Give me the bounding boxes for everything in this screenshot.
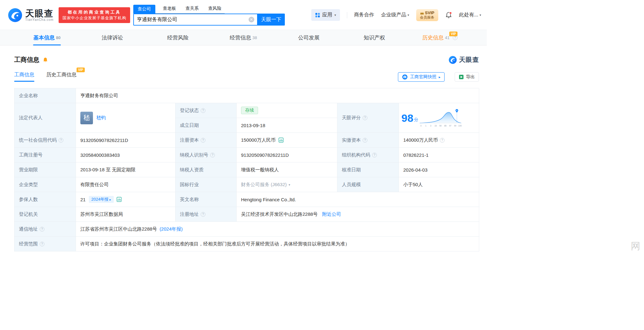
excel-icon: [459, 74, 464, 80]
nav-enterprise[interactable]: 企业级产品 ▾: [381, 12, 409, 18]
promo-line2: 国家中小企业发展子基金旗下机构: [62, 15, 126, 21]
subtab-history-business-info[interactable]: VIP 历史工商信息: [46, 72, 77, 82]
search-tab-boss[interactable]: 查老板: [163, 6, 176, 11]
help-icon[interactable]: ?: [201, 212, 205, 217]
site-logo[interactable]: 天眼查 TianYanCha.com: [8, 8, 54, 22]
section-title: 工商信息: [14, 56, 39, 64]
chevron-down-icon: ▾: [480, 13, 481, 17]
bell-icon: [445, 12, 452, 19]
promo-banner: 都在用的商业查询工具 国家中小企业发展子基金旗下机构: [59, 7, 130, 23]
label-registration-authority: 登记机关: [14, 207, 76, 222]
help-icon[interactable]: ?: [210, 153, 215, 157]
status-badge: 存续: [241, 107, 258, 114]
user-menu[interactable]: 此处有... ▾: [459, 12, 481, 18]
capital-change-icon[interactable]: [279, 138, 284, 143]
annual-report-link[interactable]: (2024年报): [159, 226, 182, 232]
help-icon[interactable]: ?: [40, 227, 44, 232]
help-icon[interactable]: ?: [201, 108, 205, 113]
help-icon[interactable]: ?: [363, 138, 367, 143]
subtab-business-info[interactable]: 工商信息: [14, 72, 34, 82]
svg-text:3: 3: [430, 125, 431, 127]
svg-text:100: 100: [458, 125, 462, 127]
label-taxpayer-quality: 纳税人资质: [175, 162, 237, 177]
label-business-term: 营业期限: [14, 162, 76, 177]
value-organization-code: 07826221-1: [399, 148, 479, 162]
value-legal-representative: 嵇 嵇钧: [76, 103, 175, 133]
search-box: ✕: [133, 14, 258, 26]
subsection-bar: 工商信息 VIP 历史工商信息 工商官网快照 ▸: [14, 72, 479, 82]
value-registration-number: 320584000383403: [76, 148, 175, 162]
business-info-table: 企业名称 亨通财务有限公司 法定代表人 嵇 嵇钧 登记状态 ? 存续 天眼评分 …: [14, 88, 479, 251]
label-approval-date: 核准日期: [337, 162, 399, 177]
legal-rep-name-link[interactable]: 嵇钧: [96, 115, 106, 121]
tab-legal[interactable]: 法律诉讼: [80, 30, 145, 45]
help-icon[interactable]: ?: [40, 242, 44, 246]
label-credit-code: 统一社会信用代码 ?: [14, 133, 76, 148]
tab-operating-risk[interactable]: 经营风险: [145, 30, 211, 45]
search-tab-relation[interactable]: 查关系: [186, 6, 199, 11]
svip-member-button[interactable]: SVIP 会员服务: [416, 9, 438, 21]
svg-text:97: 97: [449, 125, 451, 127]
help-icon[interactable]: ?: [363, 115, 367, 120]
label-industry: 国标行业: [175, 177, 237, 192]
nearby-companies-link[interactable]: 附近公司: [322, 211, 341, 217]
label-paid-capital: 实缴资本 ?: [337, 133, 399, 148]
tab-operating-info[interactable]: 经营信息 38: [211, 30, 276, 45]
tab-history-info[interactable]: VIP 历史信息 41 ?: [407, 30, 473, 45]
search-button[interactable]: 天眼一下: [258, 14, 285, 26]
image-watermark: 网: [631, 240, 640, 253]
bell-orange-icon: [43, 57, 48, 63]
label-staff-scale: 人员规模: [337, 177, 399, 192]
value-company-name: 亨通财务有限公司: [76, 88, 479, 103]
svg-text:1: 1: [425, 125, 427, 127]
label-business-scope: 经营范围 ?: [14, 237, 76, 251]
chevron-down-icon: ▾: [408, 13, 409, 17]
value-credit-code: 91320509078262211D: [76, 133, 175, 148]
search-area: 查公司 查老板 查关系 查风险 ✕ 天眼一下: [133, 5, 285, 26]
chevron-down-icon[interactable]: ▾: [289, 183, 290, 186]
apps-grid-icon: [315, 13, 320, 18]
value-english-name: Hengtong Finance Co.,ltd.: [237, 192, 479, 207]
score-unit: 分: [414, 117, 418, 123]
help-icon[interactable]: ?: [440, 138, 445, 143]
help-icon[interactable]: ?: [201, 138, 205, 143]
nav-cooperation[interactable]: 商务合作: [354, 12, 374, 18]
value-paid-capital: 140000万人民币 ?: [399, 133, 479, 148]
value-registered-address: 吴江经济技术开发区中山北路2288号 附近公司: [237, 207, 479, 222]
crown-icon: [420, 11, 424, 15]
help-icon[interactable]: ?: [59, 138, 63, 143]
tab-intellectual-property[interactable]: 知识产权: [342, 30, 407, 45]
label-establish-date: 成立日期: [175, 118, 237, 133]
search-tab-risk[interactable]: 查风险: [208, 6, 221, 11]
tianyancha-page: 天眼查 TianYanCha.com 都在用的商业查询工具 国家中小企业发展子基…: [0, 0, 487, 251]
export-button[interactable]: 导出: [455, 72, 479, 82]
value-mailing-address: 江苏省苏州市吴江区中山北路2288号 (2024年报): [76, 222, 479, 237]
notifications-button[interactable]: [445, 12, 452, 19]
tab-company-development[interactable]: 公司发展: [276, 30, 342, 45]
official-snapshot-button[interactable]: 工商官网快照 ▸: [398, 72, 445, 82]
value-business-term: 2013-09-18 至 无固定期限: [76, 162, 175, 177]
chevron-down-icon: ▾: [335, 13, 336, 17]
label-legal-representative: 法定代表人: [14, 103, 76, 133]
search-tab-company[interactable]: 查公司: [133, 5, 155, 14]
clear-search-icon[interactable]: ✕: [249, 17, 254, 22]
user-name: 此处有...: [459, 12, 478, 18]
divider: [347, 12, 347, 18]
value-tianyan-score[interactable]: 98 分 0 1 3 15 50: [399, 103, 479, 133]
value-taxpayer-quality: 增值税一般纳税人: [237, 162, 337, 177]
annual-report-tag[interactable]: 2024年报 ▸: [89, 196, 114, 203]
header: 天眼查 TianYanCha.com 都在用的商业查询工具 国家中小企业发展子基…: [0, 0, 487, 30]
tab-basic-info[interactable]: 基本信息 80: [14, 30, 80, 45]
insured-change-icon[interactable]: [117, 197, 122, 202]
label-registered-address: 注册地址 ?: [175, 207, 237, 222]
search-input[interactable]: [134, 17, 249, 22]
score-distribution-chart: 0 1 3 15 50 85 97 99 100: [419, 109, 463, 127]
legal-rep-avatar[interactable]: 嵇: [80, 112, 93, 124]
apps-button[interactable]: 应用 ▾: [311, 9, 340, 21]
value-approval-date: 2026-04-03: [399, 162, 479, 177]
svg-text:0: 0: [420, 125, 422, 127]
help-icon[interactable]: ?: [372, 153, 377, 157]
tianyancha-logo-icon: [8, 8, 22, 22]
value-business-scope: 许可项目：企业集团财务公司服务（依法须经批准的项目，经相关部门批准后方可开展经营…: [76, 237, 479, 251]
subscribe-button[interactable]: [43, 57, 48, 63]
